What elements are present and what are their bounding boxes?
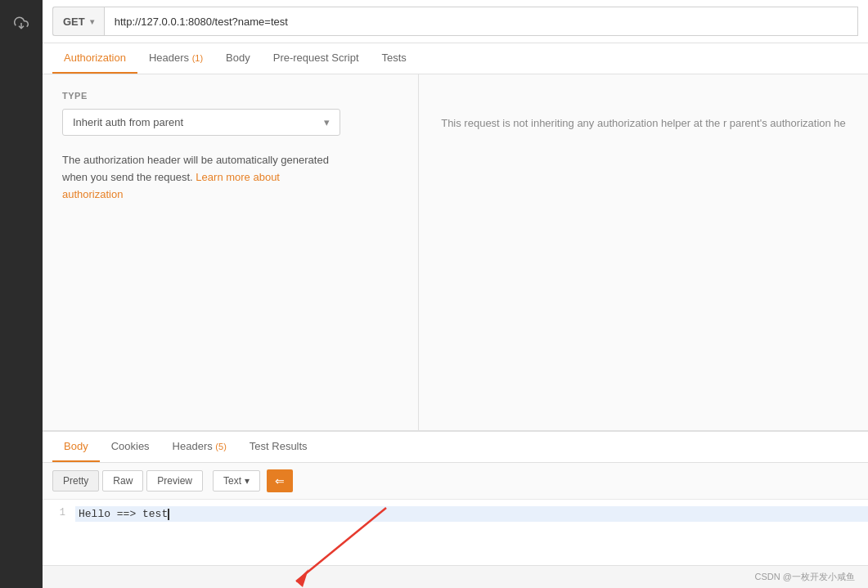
url-bar: GET ▾ xyxy=(43,0,868,43)
code-area[interactable]: 1 Hello ==> test xyxy=(43,500,868,528)
type-select-dropdown[interactable]: Inherit auth from parent ▾ xyxy=(62,109,340,136)
sidebar xyxy=(0,0,43,588)
tab-authorization[interactable]: Authorization xyxy=(52,43,137,74)
auth-content-area: TYPE Inherit auth from parent ▾ The auth… xyxy=(43,74,868,431)
headers-badge: (1) xyxy=(192,53,203,63)
resp-tab-headers[interactable]: Headers (5) xyxy=(161,432,238,462)
line-content-1: Hello ==> test xyxy=(75,506,868,522)
resp-headers-badge: (5) xyxy=(215,442,226,451)
response-body-wrapper: 1 Hello ==> test xyxy=(43,500,868,565)
request-tabs-row: Authorization Headers (1) Body Pre-reque… xyxy=(43,43,868,74)
url-input[interactable] xyxy=(104,7,858,36)
text-format-dropdown[interactable]: Text ▾ xyxy=(213,470,260,491)
method-dropdown-arrow: ▾ xyxy=(90,17,94,26)
type-label: TYPE xyxy=(62,91,398,101)
tab-body[interactable]: Body xyxy=(214,43,262,74)
wrap-icon: ⇐ xyxy=(275,474,285,487)
text-format-arrow-icon: ▾ xyxy=(245,475,250,487)
footer-bar: CSDN @一枚开发小咸鱼 xyxy=(43,565,868,588)
preview-button[interactable]: Preview xyxy=(146,470,203,491)
text-format-label: Text xyxy=(223,475,241,487)
resp-tab-test-results[interactable]: Test Results xyxy=(238,432,319,462)
code-line-1: 1 Hello ==> test xyxy=(43,506,868,522)
auth-panel-left: TYPE Inherit auth from parent ▾ The auth… xyxy=(43,74,419,430)
tab-tests[interactable]: Tests xyxy=(371,43,418,74)
type-select-value: Inherit auth from parent xyxy=(73,116,183,128)
sidebar-icon-import[interactable] xyxy=(7,8,36,38)
raw-button[interactable]: Raw xyxy=(102,470,143,491)
footer-attribution: CSDN @一枚开发小咸鱼 xyxy=(755,571,855,583)
auth-description: The authorization header will be automat… xyxy=(62,152,340,203)
type-select-arrow-icon: ▾ xyxy=(324,116,330,128)
resp-tab-cookies[interactable]: Cookies xyxy=(100,432,161,462)
wrap-button[interactable]: ⇐ xyxy=(267,469,293,492)
pretty-button[interactable]: Pretty xyxy=(52,470,99,491)
main-content: GET ▾ Authorization Headers (1) Body Pre… xyxy=(43,0,868,588)
method-dropdown[interactable]: GET ▾ xyxy=(52,7,104,36)
method-label: GET xyxy=(63,16,85,28)
tab-headers[interactable]: Headers (1) xyxy=(137,43,214,74)
response-section: Body Cookies Headers (5) Test Results Pr… xyxy=(43,431,868,565)
auth-panel-right: This request is not inheriting any autho… xyxy=(419,74,868,430)
response-toolbar: Pretty Raw Preview Text ▾ ⇐ xyxy=(43,463,868,500)
tab-prerequest[interactable]: Pre-request Script xyxy=(262,43,371,74)
resp-tab-body[interactable]: Body xyxy=(52,432,100,462)
auth-right-message: This request is not inheriting any autho… xyxy=(441,115,846,132)
text-cursor xyxy=(168,509,169,520)
response-tabs-row: Body Cookies Headers (5) Test Results xyxy=(43,432,868,463)
line-number-1: 1 xyxy=(43,506,75,518)
